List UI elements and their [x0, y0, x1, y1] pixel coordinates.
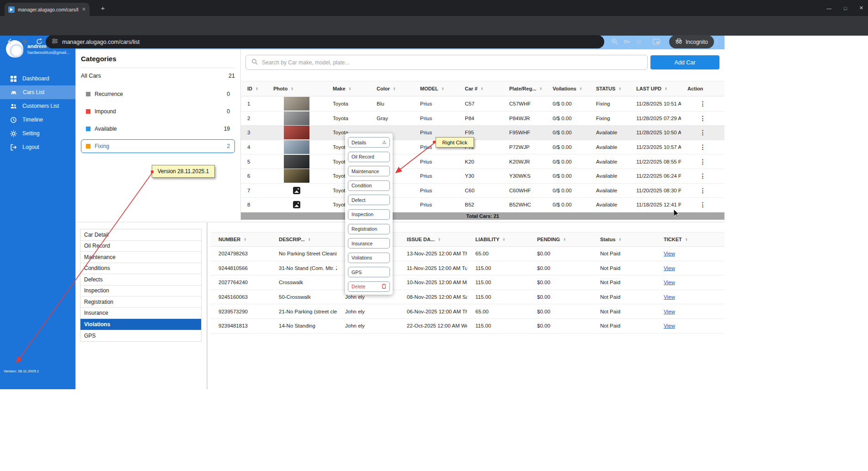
car-search[interactable] [245, 55, 648, 70]
view-ticket-link[interactable]: View [664, 323, 675, 328]
sort-icon[interactable] [442, 87, 444, 91]
cell-photo[interactable] [267, 198, 326, 212]
sort-icon[interactable] [393, 87, 396, 91]
detail-tab-inspection[interactable]: Inspection [80, 286, 201, 297]
violation-row[interactable]: 9239481813 14-No Standing John ely 22-Oc… [210, 319, 724, 333]
detail-tab-defects[interactable]: Defects [80, 274, 201, 286]
row-actions-button[interactable]: ⋮ [681, 169, 724, 183]
row-actions-button[interactable]: ⋮ [681, 184, 724, 198]
sidebar-item-cars-list[interactable]: Cars List [0, 85, 75, 99]
add-car-button[interactable]: Add Car [650, 55, 719, 69]
category-available[interactable]: Available 19 [81, 122, 235, 136]
sidebar-item-dashboard[interactable]: Dashboard [0, 72, 75, 85]
sort-icon[interactable] [580, 87, 582, 91]
context-menu-item-inspection[interactable]: Inspection [348, 209, 390, 220]
violation-row[interactable]: 9239573290 21-No Parking (street clean) … [210, 304, 724, 319]
car-row[interactable]: 6 Toyota Prius Y30 Y30WKS 0/$ 0.00 Avail… [241, 169, 724, 184]
row-actions-button[interactable]: ⋮ [681, 154, 724, 169]
sidebar-item-logout[interactable]: Logout [0, 140, 75, 154]
row-actions-button[interactable]: ⋮ [681, 97, 724, 111]
tab-close-icon[interactable]: ✕ [82, 6, 86, 12]
detail-tab-oil-record[interactable]: Oil Record [80, 241, 201, 252]
car-row[interactable]: 2 Toyota Gray Prius P84 P84WJR 0/$ 0.00 … [241, 111, 724, 126]
cell-photo[interactable] [267, 169, 326, 183]
car-row[interactable]: 1 Toyota Blu Prius C57 C57WHF 0/$ 0.00 F… [241, 97, 724, 111]
sidebar-item-customers-list[interactable]: Customers List [0, 99, 75, 113]
detail-tab-car-detail[interactable]: Car Detail [80, 229, 201, 241]
sort-icon[interactable] [291, 87, 293, 91]
category-impound[interactable]: Impound 0 [81, 105, 235, 118]
search-input[interactable] [262, 59, 642, 66]
forward-icon[interactable] [20, 37, 29, 46]
sort-icon[interactable] [618, 87, 621, 91]
zoom-icon[interactable] [610, 37, 619, 46]
address-bar[interactable]: manager.alugago.com/cars/list [46, 35, 604, 48]
star-icon[interactable]: ☆ [634, 37, 644, 46]
context-menu-item-condition[interactable]: Condition [348, 180, 390, 191]
detail-tab-gps[interactable]: GPS [80, 330, 201, 342]
close-icon[interactable]: ✕ [859, 5, 863, 11]
violation-row[interactable]: 2027764240 Crosswalk 10-Nov-2025 12:00 A… [210, 275, 724, 290]
detail-tab-registration[interactable]: Registration [80, 296, 201, 308]
horizontal-splitter[interactable] [75, 222, 724, 222]
minimize-icon[interactable]: — [826, 5, 831, 11]
row-actions-button[interactable]: ⋮ [681, 198, 724, 212]
car-row[interactable]: 4 Toyota Prius P72 P72WJP 0/$ 0.00 Avail… [241, 140, 724, 155]
context-menu-item-defect[interactable]: Defect [348, 195, 390, 205]
cell-photo[interactable] [267, 126, 326, 140]
key-icon[interactable] [623, 37, 632, 46]
sort-icon[interactable] [308, 238, 311, 242]
view-ticket-link[interactable]: View [664, 294, 675, 300]
context-menu-item-details[interactable]: Details⚠ [348, 137, 390, 148]
sort-icon[interactable] [244, 238, 246, 242]
context-menu-item-oil-record[interactable]: Oil Record [348, 152, 390, 162]
category-fixing[interactable]: Fixing 2 [81, 139, 235, 153]
car-row[interactable]: 7 Toyota Prius C60 C60WHF 0/$ 0.00 Avail… [241, 184, 724, 198]
context-menu-item-registration[interactable]: Registration [348, 224, 390, 234]
violation-row[interactable]: 2024798263 No Parking Street Cleaning 13… [210, 247, 724, 261]
new-tab-icon[interactable]: + [99, 4, 107, 12]
context-menu-item-maintenance[interactable]: Maintenance [348, 166, 390, 176]
view-ticket-link[interactable]: View [664, 309, 675, 314]
context-menu-item-delete[interactable]: Delete [348, 281, 390, 292]
back-icon[interactable] [5, 37, 15, 46]
sidebar-item-timeline[interactable]: Timeline [0, 113, 75, 127]
vertical-splitter[interactable] [207, 222, 208, 389]
detail-tab-conditions[interactable]: Conditions [80, 263, 201, 275]
category-all-cars[interactable]: All Cars 21 [81, 68, 235, 84]
detail-tab-maintenance[interactable]: Maintenance [80, 252, 201, 263]
browser-tab[interactable]: manager.alugago.com/cars/list ✕ [5, 3, 90, 16]
view-ticket-link[interactable]: View [664, 265, 675, 271]
cell-photo[interactable] [267, 111, 326, 126]
maximize-icon[interactable]: □ [844, 5, 847, 11]
car-row[interactable]: 8 Toyota Prius B52 B52WHC 0/$ 0.00 Avail… [241, 198, 724, 212]
sort-icon[interactable] [563, 238, 566, 242]
detail-tab-insurance[interactable]: Insurance [80, 308, 201, 319]
violation-row[interactable]: 9244810566 31-No Stand (Com. Mtr. Zone) … [210, 261, 724, 276]
cell-photo[interactable] [267, 140, 326, 154]
view-ticket-link[interactable]: View [664, 280, 675, 285]
sort-icon[interactable] [503, 238, 506, 242]
menu-dots-icon[interactable]: ⋮ [712, 37, 721, 46]
sort-icon[interactable] [349, 87, 351, 91]
category-recurrence[interactable]: Recurrence 0 [81, 87, 235, 101]
row-actions-button[interactable]: ⋮ [681, 111, 724, 126]
pip-icon[interactable] [652, 37, 661, 46]
sort-icon[interactable] [438, 238, 441, 242]
sort-icon[interactable] [539, 87, 542, 91]
url-text[interactable]: manager.alugago.com/cars/list [62, 39, 140, 45]
sort-icon[interactable] [481, 87, 484, 91]
reload-icon[interactable] [35, 37, 44, 46]
sort-icon[interactable] [665, 87, 667, 91]
sort-icon[interactable] [256, 87, 258, 91]
row-actions-button[interactable]: ⋮ [681, 126, 724, 140]
cell-photo[interactable] [267, 97, 326, 111]
sidebar-item-setting[interactable]: Setting [0, 127, 75, 140]
row-actions-button[interactable]: ⋮ [681, 140, 724, 154]
context-menu-item-gps[interactable]: GPS [348, 267, 390, 277]
violation-row[interactable]: 9245160063 50-Crosswalk John ely 08-Nov-… [210, 290, 724, 305]
car-row-selected[interactable]: 3 Toyota Prius F95 F95WHF 0/$ 0.00 Avail… [241, 126, 724, 140]
tune-icon[interactable] [52, 38, 58, 46]
cell-photo[interactable] [267, 154, 326, 169]
sort-icon[interactable] [685, 238, 688, 242]
